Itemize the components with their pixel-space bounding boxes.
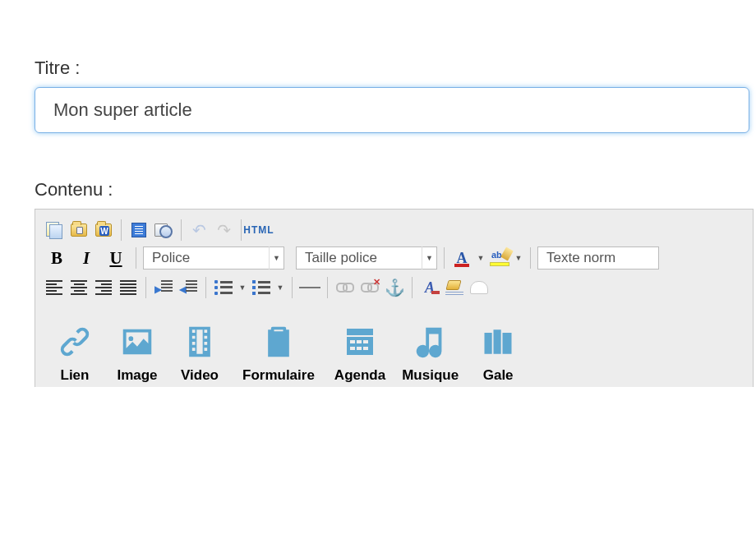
- font-dropdown-label: Police: [144, 250, 198, 266]
- ordered-list-icon[interactable]: [251, 277, 272, 298]
- separator: [181, 219, 182, 241]
- separator: [412, 277, 413, 298]
- separator: [530, 247, 531, 269]
- title-input[interactable]: [35, 87, 749, 133]
- gallery-icon: [475, 321, 521, 362]
- styles-icon[interactable]: A: [419, 277, 440, 298]
- highlight-button[interactable]: [489, 247, 510, 269]
- chevron-down-icon: ▼: [422, 246, 436, 270]
- remove-format-icon[interactable]: [444, 277, 465, 298]
- ul-menu[interactable]: ▼: [237, 283, 247, 292]
- ol-menu[interactable]: ▼: [275, 283, 285, 292]
- paste-icon[interactable]: [68, 219, 90, 241]
- image-icon: [114, 321, 160, 362]
- format-dropdown[interactable]: Texte norm: [537, 246, 659, 270]
- link-icon: [52, 321, 98, 362]
- insert-video-label: Video: [181, 367, 219, 384]
- agenda-icon: [337, 321, 383, 362]
- text-color-button[interactable]: A: [451, 247, 472, 269]
- toolbar-row-1: W ↶ ↶ HTML: [44, 216, 744, 244]
- horizontal-rule-icon[interactable]: [299, 277, 320, 298]
- preview-icon[interactable]: [153, 219, 174, 241]
- rich-text-toolbar: W ↶ ↶ HTML B I U Police ▼ Taille police: [35, 209, 754, 387]
- redo-icon[interactable]: ↶: [213, 219, 234, 241]
- indent-icon[interactable]: ▶: [153, 277, 174, 298]
- separator: [136, 247, 136, 269]
- eraser-icon[interactable]: [468, 277, 490, 298]
- unlink-icon[interactable]: ✕: [359, 277, 380, 298]
- insert-image-label: Image: [117, 367, 157, 384]
- insert-image-button[interactable]: Image: [106, 321, 168, 384]
- highlight-menu[interactable]: ▼: [514, 254, 523, 262]
- paste-from-word-icon[interactable]: W: [93, 219, 114, 241]
- align-left-icon[interactable]: [44, 277, 65, 298]
- video-icon: [177, 321, 223, 362]
- align-right-icon[interactable]: [93, 277, 114, 298]
- content-label: Contenu :: [35, 179, 756, 200]
- separator: [444, 247, 445, 269]
- copy-icon[interactable]: [44, 219, 65, 241]
- insert-agenda-button[interactable]: Agenda: [326, 321, 394, 384]
- chevron-down-icon: ▼: [269, 246, 284, 270]
- insert-link-button[interactable]: Lien: [44, 321, 106, 384]
- align-center-icon[interactable]: [68, 277, 90, 298]
- title-label: Titre :: [35, 58, 756, 79]
- insert-music-button[interactable]: Musique: [394, 321, 467, 384]
- insert-music-label: Musique: [402, 367, 459, 384]
- separator: [205, 277, 206, 298]
- insert-link-label: Lien: [61, 367, 90, 384]
- insert-gallery-button[interactable]: Gale: [467, 321, 529, 384]
- unordered-list-icon[interactable]: [213, 277, 234, 298]
- select-all-icon[interactable]: [128, 219, 150, 241]
- form-icon: [256, 321, 302, 362]
- insert-form-label: Formulaire: [242, 367, 315, 384]
- insert-agenda-label: Agenda: [334, 367, 385, 384]
- html-source-button[interactable]: HTML: [248, 219, 270, 241]
- toolbar-row-2: B I U Police ▼ Taille police ▼ A ▼ ▼ Tex…: [44, 244, 744, 272]
- separator: [121, 219, 122, 241]
- text-color-menu[interactable]: ▼: [476, 254, 486, 262]
- insert-gallery-label: Gale: [483, 367, 514, 384]
- music-icon: [408, 321, 454, 362]
- link-icon[interactable]: [334, 277, 356, 298]
- separator: [241, 219, 242, 241]
- undo-icon[interactable]: ↶: [188, 219, 210, 241]
- outdent-icon[interactable]: ▶: [177, 277, 199, 298]
- bold-button[interactable]: B: [44, 246, 70, 270]
- format-dropdown-label: Texte norm: [538, 250, 624, 266]
- separator: [327, 277, 328, 298]
- separator: [145, 277, 146, 298]
- toolbar-row-3: ▶ ▶ ▼ ▼ ✕ ⚓ A: [44, 274, 744, 302]
- italic-button[interactable]: I: [73, 246, 99, 270]
- fontsize-dropdown-label: Taille police: [297, 250, 385, 266]
- font-dropdown[interactable]: Police ▼: [143, 246, 284, 270]
- anchor-icon[interactable]: ⚓: [384, 277, 405, 298]
- insert-video-button[interactable]: Video: [168, 321, 231, 384]
- insert-toolbar: Lien Image Video Formulaire: [44, 313, 744, 384]
- align-justify-icon[interactable]: [118, 277, 139, 298]
- underline-button[interactable]: U: [103, 246, 129, 270]
- separator: [292, 277, 293, 298]
- fontsize-dropdown[interactable]: Taille police ▼: [296, 246, 437, 270]
- insert-form-button[interactable]: Formulaire: [231, 321, 326, 384]
